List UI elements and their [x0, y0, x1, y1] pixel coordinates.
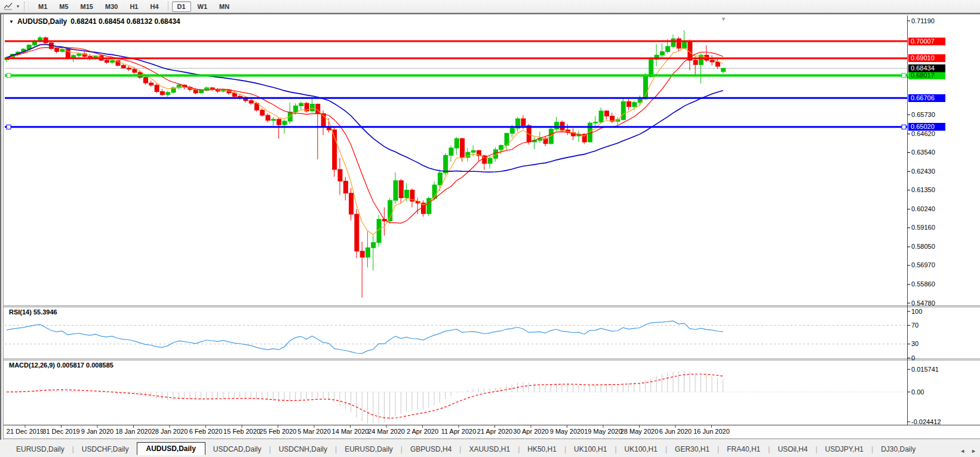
chart-symbol-period: AUDUSD,Daily — [17, 17, 67, 26]
time-axis-label: 16 Jun 2020 — [693, 428, 730, 435]
macd-axis-tick: -0.024412 — [911, 418, 941, 425]
time-axis-label: 6 Feb 2020 — [189, 428, 223, 435]
rsi-axis-tick: 30 — [911, 340, 918, 347]
timeframe-button-h1[interactable]: H1 — [124, 1, 143, 12]
horizontal-line-objects[interactable] — [5, 41, 907, 129]
timeframe-button-d1[interactable]: D1 — [172, 1, 191, 12]
rsi-axis-tick: 100 — [911, 308, 922, 315]
chart-tab[interactable]: EURUSD,Daily — [337, 443, 401, 455]
chart-tab[interactable]: USDJPY,H1 — [818, 443, 871, 455]
line-handle[interactable] — [902, 125, 906, 129]
toolbar-dropdown-icon[interactable]: ▾ — [14, 4, 21, 9]
chart-title: ▼ AUDUSD,Daily 0.68241 0.68454 0.68132 0… — [9, 17, 180, 26]
timeframe-button-m30[interactable]: M30 — [100, 1, 123, 12]
time-axis-label: 14 Mar 2020 — [332, 428, 369, 435]
tabs-scroll-right-icon[interactable]: ► — [971, 448, 976, 454]
rsi-axis-tick: 70 — [911, 322, 918, 329]
chart-tab[interactable]: USDCAD,Daily — [205, 443, 269, 455]
window-left-edge — [0, 14, 4, 440]
hline-price-label: 0.69010 — [908, 54, 945, 62]
time-axis-label: 28 May 2020 — [620, 428, 659, 435]
chart-shift-marker-icon[interactable]: ▼ — [721, 16, 726, 22]
price-axis-tick: 0.65730 — [911, 111, 935, 118]
tab-scroll-controls: ◄► — [960, 448, 976, 455]
chart-window[interactable]: ▼ AUDUSD,Daily 0.68241 0.68454 0.68132 0… — [0, 13, 980, 440]
price-axis-tick: 0.59160 — [911, 224, 935, 231]
chart-tab[interactable]: DJ30,Daily — [873, 443, 923, 455]
hline-price-label: 0.65020 — [908, 123, 945, 131]
chart-tab[interactable]: FRA40,H1 — [719, 443, 768, 455]
time-axis-label: 6 Jun 2020 — [659, 428, 692, 435]
price-axis-tick: 0.64620 — [911, 130, 935, 137]
time-axis-label: 30 Apr 2020 — [513, 428, 548, 435]
tabs-scroll-left-icon[interactable]: ◄ — [960, 448, 965, 454]
time-axis-label: 5 Mar 2020 — [297, 428, 331, 435]
macd-axis-tick: 0.015741 — [911, 366, 939, 373]
chart-ohlc-values: 0.68241 0.68454 0.68132 0.68434 — [70, 17, 180, 26]
line-handle[interactable] — [7, 125, 11, 129]
time-axis[interactable]: 21 Dec 201931 Dec 20199 Jan 202018 Jan 2… — [0, 426, 980, 439]
price-axis-tick: 0.54780 — [911, 299, 935, 307]
chart-tab[interactable]: XAUUSD,H1 — [461, 443, 518, 455]
timeframe-buttons: M1M5M15M30H1H4D1W1MN — [32, 1, 235, 12]
macd-axis-tick: 0.00 — [911, 388, 924, 396]
bid-price-label: 0.68434 — [908, 64, 945, 72]
time-axis-label: 9 Jan 2020 — [81, 428, 113, 435]
timeframe-button-m15[interactable]: M15 — [75, 1, 99, 12]
toolbar-separator — [168, 1, 168, 11]
price-axis-tick: 0.60240 — [911, 205, 935, 212]
line-handle[interactable] — [902, 73, 906, 78]
price-axis-tick: 0.55860 — [911, 280, 935, 288]
moving-average-lines — [7, 44, 723, 234]
chart-dropdown-icon[interactable]: ▼ — [9, 19, 14, 24]
timeframe-button-mn[interactable]: MN — [214, 1, 235, 12]
chart-tab[interactable]: UK100,H1 — [566, 443, 615, 455]
time-axis-label: 28 Jan 2020 — [152, 428, 188, 435]
macd-indicator-label: MACD(12,26,9) 0.005817 0.008585 — [9, 362, 113, 369]
line-handle[interactable] — [7, 73, 11, 78]
time-axis-label: 18 Jan 2020 — [115, 428, 152, 435]
chart-tab[interactable]: GBPUSD,H4 — [403, 443, 459, 455]
price-axis-tick: 0.61350 — [911, 186, 935, 193]
chart-tab[interactable]: USOil,H4 — [770, 443, 815, 455]
time-axis-label: 9 May 2020 — [550, 428, 584, 435]
chart-tab[interactable]: GER30,H1 — [667, 443, 717, 455]
rsi-axis-tick: 0 — [911, 354, 915, 362]
chart-tab[interactable]: EURUSD,Daily — [8, 443, 72, 455]
timeframe-toolbar: ▾ M1M5M15M30H1H4D1W1MN — [0, 0, 980, 13]
hline-price-label: 0.70007 — [908, 38, 945, 45]
hline-price-label: 0.66706 — [908, 94, 945, 102]
chart-tab[interactable]: AUDUSD,Daily — [137, 442, 205, 455]
time-axis-label: 19 May 2020 — [584, 428, 622, 435]
time-axis-label: 21 Dec 2019 — [7, 428, 44, 435]
time-axis-label: 25 Feb 2020 — [260, 428, 297, 435]
chart-tab[interactable]: USDCNH,Daily — [271, 443, 335, 455]
price-axis-tick: 0.71190 — [911, 17, 935, 24]
chart-canvas[interactable] — [0, 14, 980, 440]
hline-price-label: 0.68017 — [908, 72, 945, 79]
time-axis-label: 24 Mar 2020 — [368, 428, 405, 435]
price-axis-tick: 0.63540 — [911, 149, 935, 156]
time-axis-label: 31 Dec 2019 — [42, 428, 79, 435]
chart-tab[interactable]: USDCHF,Daily — [74, 443, 137, 455]
chart-tab[interactable]: HK50,H1 — [520, 443, 564, 455]
rsi-panel — [5, 321, 907, 354]
chart-tab-bar: EURUSD,Daily|USDCHF,DailyAUDUSD,DailyUSD… — [0, 439, 980, 457]
price-axis-tick: 0.56970 — [911, 261, 935, 268]
time-axis-label: 2 Apr 2020 — [407, 428, 438, 435]
candlestick-series — [5, 30, 726, 298]
timeframe-button-h4[interactable]: H4 — [145, 1, 164, 12]
price-axis-tick: 0.58050 — [911, 243, 935, 250]
timeframe-button-m1[interactable]: M1 — [33, 1, 53, 12]
time-axis-label: 15 Feb 2020 — [223, 428, 260, 435]
toolbar-grip[interactable] — [24, 2, 29, 11]
chart-tab[interactable]: UK100,H1 — [617, 443, 665, 455]
mt4-terminal: ▾ M1M5M15M30H1H4D1W1MN ▼ AUDUSD,Daily 0.… — [0, 0, 980, 457]
timeframe-button-m5[interactable]: M5 — [54, 1, 73, 12]
rsi-indicator-label: RSI(14) 55.3946 — [9, 308, 57, 316]
timeframe-button-w1[interactable]: W1 — [192, 1, 213, 12]
price-axis-tick: 0.62430 — [911, 168, 935, 175]
time-axis-label: 21 Apr 2020 — [477, 428, 512, 435]
chart-cursor-tool-icon[interactable] — [2, 1, 14, 12]
time-axis-label: 11 Apr 2020 — [441, 428, 477, 435]
